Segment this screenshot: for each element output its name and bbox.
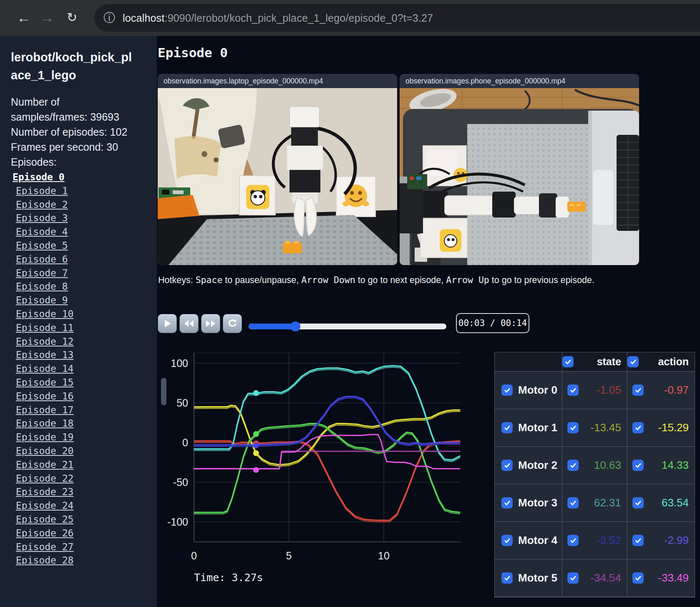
action-value-cell: -0.97 [627,372,695,409]
episode-link[interactable]: Episode 28 [16,554,157,567]
motor-checkbox[interactable] [501,497,513,508]
episode-link[interactable]: Episode 18 [16,417,157,430]
motor-row-label: Motor 1 [495,409,562,447]
action-checkbox[interactable] [632,535,644,546]
episode-link[interactable]: Episode 21 [16,458,157,472]
episode-link[interactable]: Episode 4 [16,225,157,239]
action-column-checkbox[interactable] [627,356,639,367]
action-checkbox[interactable] [632,497,644,508]
episode-link[interactable]: Episode 7 [16,266,157,280]
rewind-button[interactable] [179,314,199,333]
site-info-icon[interactable]: ⓘ [103,10,115,26]
episode-link[interactable]: Episode 14 [16,362,157,376]
state-checkbox[interactable] [567,460,579,471]
episode-link[interactable]: Episode 17 [16,403,157,417]
url-text: localhost:9090/lerobot/koch_pick_place_1… [123,12,433,24]
action-checkbox[interactable] [632,572,644,584]
episode-link[interactable]: Episode 23 [16,485,157,499]
episode-link[interactable]: Episode 25 [16,513,157,526]
episode-link[interactable]: Episode 10 [16,307,157,321]
episode-link[interactable]: Episode 5 [16,239,157,253]
action-header-cell: action [627,352,695,372]
video-card-laptop: observation.images.laptop_episode_000000… [158,74,397,265]
episode-link[interactable]: Episode 2 [16,198,157,212]
state-checkbox[interactable] [567,572,579,584]
action-header-label: action [658,356,689,368]
browser-toolbar: ← → ↻ ⓘ localhost:9090/lerobot/koch_pick… [0,0,700,36]
table-corner-cell [495,352,562,372]
seek-slider[interactable] [249,324,446,329]
hotkeys-help: Hotkeys: Space to pause/unpause, Arrow D… [158,275,659,286]
episode-link[interactable]: Episode 12 [16,335,157,349]
fast-forward-button[interactable] [201,314,220,333]
time-cursor-marker [253,443,259,448]
episode-link[interactable]: Episode 19 [16,430,157,444]
motor-checkbox[interactable] [501,460,513,471]
state-header-label: state [597,356,621,368]
series-action-line [194,441,460,520]
episode-link[interactable]: Episode 22 [16,472,157,486]
series-action-line [194,405,460,465]
hotkeys-text: to pause/unpause, [222,275,301,285]
episode-link[interactable]: Episode 6 [16,253,157,266]
state-checkbox[interactable] [567,422,579,433]
hotkey-space: Space [196,275,223,285]
dataset-info: Number of samples/frames: 39693 Number o… [11,94,138,169]
video-phone [400,88,639,265]
episode-link[interactable]: Episode 27 [16,540,157,554]
video-title-phone: observation.images.phone_episode_000000.… [400,74,639,88]
sidebar: lerobot/koch_pick_place_1_lego Number of… [0,36,157,607]
state-checkbox[interactable] [567,384,579,396]
episode-list: Episode 0Episode 1Episode 2Episode 3Epis… [0,170,157,567]
time-cursor-marker [253,390,259,396]
x-tick-label: 0 [191,550,197,561]
chart-time-label: Time: 3.27s [194,572,263,584]
state-value-cell: -3.52 [562,522,627,559]
episode-link[interactable]: Episode 15 [16,376,157,389]
action-checkbox[interactable] [632,384,644,396]
action-checkbox[interactable] [632,460,644,471]
loop-icon [227,319,237,329]
episode-link[interactable]: Episode 20 [16,444,157,458]
forward-icon[interactable]: → [40,8,54,27]
state-checkbox[interactable] [567,497,579,508]
motor-checkbox[interactable] [501,535,513,546]
y-tick-label: 100 [171,357,188,369]
motor-checkbox[interactable] [501,572,513,584]
url-path: :9090/lerobot/koch_pick_place_1_lego/epi… [164,12,433,24]
episode-link[interactable]: Episode 1 [16,184,157,198]
address-bar[interactable]: ⓘ localhost:9090/lerobot/koch_pick_place… [94,4,700,32]
episode-link[interactable]: Episode 9 [16,293,157,307]
episode-link[interactable]: Episode 11 [16,321,157,335]
episode-link[interactable]: Episode 16 [16,389,157,403]
reload-icon[interactable]: ↻ [67,8,77,27]
video-laptop [158,88,397,265]
seek-slider-thumb[interactable] [290,321,300,331]
hotkey-arrow-down: Arrow Down [301,275,355,285]
info-episodes-count: Number of episodes: 102 [11,124,138,139]
state-checkbox[interactable] [567,535,579,546]
episode-link[interactable]: Episode 0 [13,170,157,184]
back-icon[interactable]: ← [17,8,31,27]
time-cursor-marker [253,450,259,456]
url-host: localhost [123,12,164,24]
motor-checkbox[interactable] [501,422,513,433]
motor-checkbox[interactable] [501,384,513,396]
motor-row-label: Motor 4 [495,522,562,559]
action-checkbox[interactable] [632,422,644,433]
state-column-checkbox[interactable] [562,356,574,367]
action-value-cell: 14.33 [627,447,695,484]
episode-link[interactable]: Episode 8 [16,280,157,293]
loop-button[interactable] [223,314,242,333]
episode-link[interactable]: Episode 26 [16,526,157,540]
state-value-cell: -34.54 [562,559,627,597]
motor-chart[interactable]: 100500-50-1000510Time: 3.27s [159,334,463,607]
episode-link[interactable]: Episode 13 [16,348,157,362]
laptop-camera-scene [158,88,397,265]
motor-row-label: Motor 3 [495,484,562,522]
episode-link[interactable]: Episode 3 [16,211,157,225]
episode-link[interactable]: Episode 24 [16,499,157,513]
play-button[interactable] [158,314,177,333]
play-icon [163,319,172,328]
state-header-cell: state [562,352,627,372]
